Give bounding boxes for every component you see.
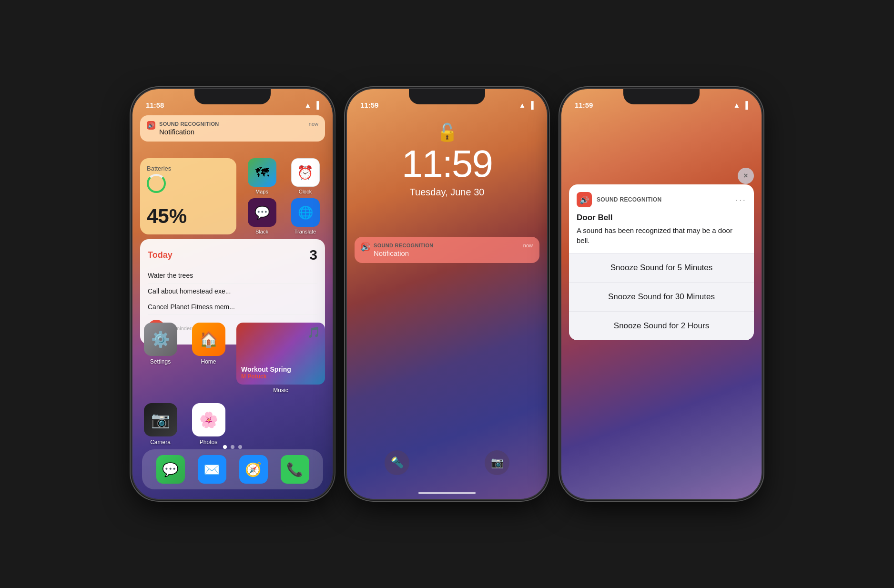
- app-music[interactable]: 🎵 Workout Spring M Potuck Music: [236, 323, 325, 394]
- lock-notification[interactable]: 🔊 SOUND RECOGNITION now Notification: [355, 237, 539, 263]
- wifi-icon-2: ▲: [519, 101, 526, 109]
- notch-3: [623, 89, 700, 104]
- app-settings[interactable]: ⚙️ Settings: [140, 323, 181, 394]
- snooze-30-minutes-button[interactable]: Snooze Sound for 30 Minutes: [569, 283, 754, 312]
- wifi-icon-3: ▲: [733, 101, 741, 109]
- music-note-icon: 🎵: [307, 326, 320, 339]
- close-notification-button[interactable]: ×: [738, 168, 754, 184]
- phone-3: 11:59 ▲ ▐ × 🔊 SOUND RECOGNITION ···: [561, 89, 762, 499]
- home-label: Home: [201, 358, 216, 365]
- battery-icon-2: ▐: [528, 101, 534, 109]
- dock-safari[interactable]: 🧭: [239, 455, 268, 484]
- notch-2: [409, 89, 485, 104]
- apps-grid-small: 🗺 Maps ⏰ Clock 💬 Slack 🌐 Translate: [242, 158, 325, 234]
- camera-lock-button[interactable]: 📷: [485, 450, 509, 475]
- sound-detail-icon: 🔊: [579, 195, 589, 204]
- reminders-today: Today: [148, 250, 173, 260]
- dock-messages[interactable]: 💬: [156, 455, 185, 484]
- status-right-3: ▲ ▐: [733, 101, 749, 109]
- phone-2: 11:59 ▲ ▐ 🔓 11:59 Tuesday, June 30 🔊: [347, 89, 547, 499]
- status-time-1: 11:58: [146, 101, 164, 109]
- battery-icon-3: ▐: [743, 101, 748, 109]
- home-indicator-2: [418, 492, 476, 494]
- status-time-3: 11:59: [575, 101, 593, 109]
- clock-label: Clock: [299, 189, 312, 194]
- notif-detail-app-icon: 🔊: [577, 192, 592, 207]
- dot-2: [231, 445, 234, 449]
- lock-icon: 🔓: [437, 122, 458, 142]
- notif-detail-header: 🔊 SOUND RECOGNITION ···: [569, 184, 754, 213]
- dock-mail[interactable]: ✉️: [198, 455, 226, 484]
- lock-notif-app: SOUND RECOGNITION: [374, 243, 434, 248]
- dot-1: [223, 445, 227, 449]
- lock-notif-message: Notification: [374, 249, 533, 257]
- reminder-item-1[interactable]: Water the trees: [148, 268, 317, 284]
- app-slack[interactable]: 💬 Slack: [242, 198, 282, 234]
- slack-icon: 💬: [248, 198, 276, 227]
- status-right-2: ▲ ▐: [519, 101, 534, 109]
- battery-widget-label: Batteries: [147, 165, 230, 172]
- camera-label: Camera: [150, 439, 171, 446]
- reminder-item-2[interactable]: Call about homestead exe...: [148, 284, 317, 299]
- dock-1: 💬 ✉️ 🧭 📞: [142, 449, 323, 489]
- lock-notif-header: SOUND RECOGNITION now: [374, 243, 533, 248]
- wifi-icon-1: ▲: [305, 101, 312, 109]
- camera-icon: 📷: [144, 403, 177, 436]
- settings-icon: ⚙️: [144, 323, 177, 356]
- page-dots-1: [132, 445, 333, 449]
- lock-notif-content: SOUND RECOGNITION now Notification: [374, 243, 533, 257]
- notif-content-1: SOUND RECOGNITION now Notification: [159, 121, 318, 136]
- lock-time: 11:59: [402, 145, 492, 183]
- reminders-header: Today 3: [148, 247, 317, 263]
- snooze-5-minutes-button[interactable]: Snooze Sound for 5 Minutes: [569, 253, 754, 283]
- reminder-item-3[interactable]: Cancel Planet Fitness mem...: [148, 299, 317, 315]
- status-right-1: ▲ ▐: [305, 101, 320, 109]
- notif-detail-title: Door Bell: [577, 213, 746, 223]
- main-app-grid: ⚙️ Settings 🏠 Home 🎵 Workout Spring M Po…: [140, 323, 325, 446]
- maps-label: Maps: [255, 189, 268, 194]
- notif-detail-app-name: SOUND RECOGNITION: [597, 196, 661, 203]
- app-photos[interactable]: 🌸 Photos: [188, 403, 229, 446]
- slack-label: Slack: [255, 229, 268, 234]
- reminders-count: 3: [309, 247, 317, 263]
- sound-wave-icon-1: 🔊: [148, 122, 154, 129]
- app-maps[interactable]: 🗺 Maps: [242, 158, 282, 194]
- notch-1: [194, 89, 271, 104]
- maps-icon: 🗺: [248, 158, 276, 187]
- clock-icon: ⏰: [291, 158, 320, 187]
- lock-notif-icon: 🔊: [361, 243, 370, 251]
- app-camera[interactable]: 📷 Camera: [140, 403, 181, 446]
- dot-3: [238, 445, 242, 449]
- phone-1: 11:58 ▲ ▐ 🔊 SOUND RECOGNITION now Notifi…: [132, 89, 333, 499]
- music-widget[interactable]: 🎵 Workout Spring M Potuck: [236, 323, 325, 385]
- status-time-2: 11:59: [360, 101, 378, 109]
- notif-more-options[interactable]: ···: [735, 194, 746, 205]
- battery-circle-icon: [147, 174, 166, 193]
- battery-widget[interactable]: Batteries 45%: [140, 158, 236, 234]
- notif-time-1: now: [309, 121, 318, 127]
- notif-app-name-1: SOUND RECOGNITION: [159, 121, 219, 127]
- lock-date: Tuesday, June 30: [410, 187, 485, 198]
- app-translate[interactable]: 🌐 Translate: [285, 198, 325, 234]
- photos-label: Photos: [200, 439, 217, 446]
- notif-message-1: Notification: [159, 128, 318, 136]
- translate-label: Translate: [295, 229, 316, 234]
- settings-label: Settings: [150, 358, 171, 365]
- notif-header-1: SOUND RECOGNITION now: [159, 121, 318, 127]
- notification-banner-1[interactable]: 🔊 SOUND RECOGNITION now Notification: [140, 115, 325, 142]
- photos-icon: 🌸: [192, 403, 225, 436]
- lock-bottom-controls: 🔦 📷: [347, 450, 547, 475]
- music-title: Workout Spring: [241, 365, 320, 373]
- lock-notif-time: now: [523, 243, 533, 248]
- widget-row-1: Batteries 45% 🗺 Maps ⏰ Clock: [140, 158, 325, 234]
- battery-icon-1: ▐: [314, 101, 319, 109]
- app-home[interactable]: 🏠 Home: [188, 323, 229, 394]
- notif-detail-body: Door Bell A sound has been recognized th…: [569, 213, 754, 253]
- flashlight-button[interactable]: 🔦: [385, 450, 409, 475]
- snooze-2-hours-button[interactable]: Snooze Sound for 2 Hours: [569, 312, 754, 340]
- notification-detail-card: 🔊 SOUND RECOGNITION ··· Door Bell A soun…: [569, 184, 754, 340]
- dock-phone[interactable]: 📞: [281, 455, 309, 484]
- translate-icon: 🌐: [291, 198, 320, 227]
- app-clock[interactable]: ⏰ Clock: [285, 158, 325, 194]
- music-artist: M Potuck: [241, 373, 320, 380]
